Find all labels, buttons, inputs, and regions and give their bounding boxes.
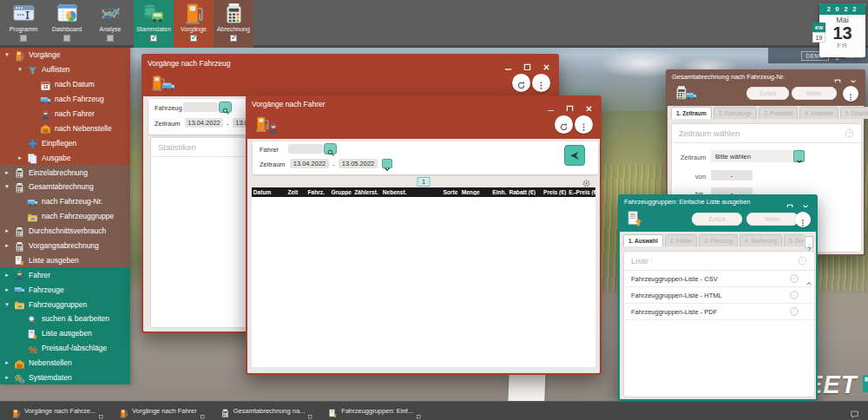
wizard-tab[interactable]: 5. Download [784, 234, 804, 246]
back-button[interactable]: Zurück [692, 213, 742, 226]
date-from-input[interactable]: 13.04.2022 [290, 159, 329, 168]
wizard-tab[interactable]: 4. Erstellen [799, 107, 838, 119]
expand-arrow[interactable]: ▸ [3, 169, 10, 176]
column-header[interactable]: Rabatt (€) [509, 189, 536, 195]
taskbar-item[interactable]: Gesamtabrechnung na... [214, 404, 319, 417]
wizard-tab[interactable]: 3. Filterung [699, 234, 738, 246]
period-dropdown-button[interactable] [382, 159, 392, 168]
toolbar-app[interactable]: Programm [3, 0, 43, 48]
radio-button[interactable] [790, 274, 799, 283]
expand-arrow[interactable]: ▾ [16, 66, 23, 73]
sidebar-item[interactable]: ▸ Fahrzeuge [0, 282, 130, 297]
maximize-button[interactable] [523, 59, 531, 67]
maximize-button[interactable] [834, 74, 841, 81]
expand-arrow[interactable]: ▸ [3, 242, 10, 249]
sidebar-item[interactable]: Liste ausgeben [0, 326, 130, 341]
titlebar[interactable]: Gesamtabrechnung nach Fahrzeug-Nr. [667, 71, 864, 82]
toolbar-app-checkbox[interactable] [20, 35, 27, 42]
list-option[interactable]: Fahrzeuggruppen-Liste - CSV [624, 271, 814, 287]
column-header[interactable]: Menge [460, 189, 482, 195]
taskbar-item[interactable]: Vorgänge nach Fahrer [113, 404, 211, 417]
next-button[interactable]: Weiter [792, 87, 837, 100]
column-header[interactable]: Sorte [433, 189, 460, 195]
wizard-tab[interactable]: 2. Felder [665, 234, 698, 246]
menu-button[interactable] [575, 115, 593, 134]
column-header[interactable]: Fahrz. [300, 189, 327, 195]
close-button[interactable] [542, 59, 550, 67]
close-button[interactable] [802, 199, 809, 206]
titlebar[interactable]: Vorgänge nach Fahrzeug [143, 56, 557, 70]
titlebar[interactable]: Fahrzeuggruppen: Einfache Liste ausgeben [620, 196, 816, 207]
taskbar-item[interactable]: Fahrzeuggruppen: Einf... [322, 404, 427, 417]
toolbar-app-checkbox[interactable] [107, 35, 114, 42]
wizard-tab[interactable]: 5. Download [840, 107, 868, 119]
period-select[interactable]: Bitte wählen [711, 150, 805, 162]
toolbar-app[interactable]: Dashboard [47, 0, 87, 48]
radio-button[interactable] [790, 307, 799, 316]
sidebar-item[interactable]: nach Fahrzeug-Nr. [0, 194, 130, 209]
wizard-tab[interactable]: 2. Fahrzeuge [713, 107, 757, 119]
expand-arrow[interactable]: ▾ [3, 51, 10, 58]
scroll-up-button[interactable] [805, 273, 812, 284]
sidebar-item[interactable]: nach Fahrzeug [0, 92, 130, 107]
sidebar-item[interactable]: ▸ Einzelabrechnung [0, 165, 130, 180]
titlebar[interactable]: Vorgänge nach Fahrer [247, 97, 600, 111]
wizard-tab[interactable]: 1. Auswahl [623, 234, 663, 246]
column-header[interactable]: Zeit [273, 189, 300, 195]
sidebar-item[interactable]: ▾ Fahrzeuggruppen [0, 297, 130, 312]
column-header[interactable]: Einh. [483, 189, 510, 195]
driver-search-button[interactable] [324, 143, 337, 154]
column-header[interactable]: Preis (€) [536, 189, 569, 195]
sidebar-item[interactable]: nach Nebenstelle [0, 121, 130, 135]
sidebar-item[interactable]: ▸ Durchschnittsverbrauch [0, 224, 130, 239]
minimize-button[interactable] [504, 59, 512, 67]
toolbar-app[interactable]: Vorgänge [174, 0, 214, 48]
toolbar-app-checkbox[interactable] [190, 35, 197, 42]
toolbar-app[interactable]: Abrechnung [214, 0, 253, 48]
sidebar-item[interactable]: % Preisauf-/abschläge [0, 341, 130, 356]
driver-input[interactable] [288, 144, 323, 154]
from-input[interactable]: - [711, 170, 753, 180]
list-option[interactable]: Fahrzeuggruppen-Liste - HTML [624, 287, 814, 304]
expand-arrow[interactable]: ▸ [3, 286, 10, 293]
sidebar-item[interactable]: ▾ Vorgänge [0, 48, 130, 62]
sidebar-item[interactable]: nach Fahrer [0, 107, 130, 121]
minimize-button[interactable] [819, 74, 825, 81]
menu-button[interactable] [843, 86, 858, 102]
sidebar-item[interactable]: Liste ausgeben [0, 253, 130, 267]
column-header[interactable]: Zählerst. [354, 189, 381, 195]
expand-arrow[interactable]: ▸ [3, 272, 10, 279]
next-button[interactable]: Weiter [746, 213, 799, 226]
minimize-button[interactable] [547, 101, 555, 108]
expand-arrow[interactable]: ▸ [16, 154, 23, 161]
expand-arrow[interactable]: ▾ [3, 183, 10, 190]
refresh-button[interactable] [512, 74, 530, 92]
maximize-button[interactable] [786, 199, 793, 206]
toolbar-app[interactable]: Analyse [90, 0, 130, 48]
sidebar-item[interactable]: 12 nach Datum [0, 77, 130, 92]
sidebar-item[interactable]: ▸ Nebenstellen [0, 356, 130, 371]
help-icon[interactable]: ? [845, 128, 854, 138]
expand-arrow[interactable]: ▸ [3, 227, 10, 234]
radio-button[interactable] [790, 291, 799, 299]
sidebar-item[interactable]: ▾ Gesamtabrechnung [0, 180, 130, 194]
column-header[interactable]: Gruppe [327, 189, 354, 195]
calendar-widget[interactable]: KW 19 2 0 2 2 Mai 13 FR [819, 3, 865, 57]
taskbar-item[interactable]: Vorgänge nach Fahrze... [5, 404, 109, 417]
vehicle-input[interactable] [183, 102, 218, 112]
toolbar-app[interactable]: Stammdaten [134, 0, 174, 48]
sidebar-item[interactable]: ▸ Fahrer [0, 267, 130, 282]
sidebar-item[interactable]: ▸ Ausgabe [0, 150, 130, 165]
page-number[interactable]: 1 [418, 177, 431, 187]
maximize-button[interactable] [566, 101, 574, 108]
tabs-overflow-button[interactable] [805, 236, 813, 248]
refresh-button[interactable] [555, 115, 573, 134]
list-option[interactable]: Fahrzeuggruppen-Liste - PDF [624, 304, 814, 320]
minimize-button[interactable] [771, 199, 778, 206]
sidebar-item[interactable]: nach Fahrzeuggruppe [0, 209, 130, 224]
wizard-tab[interactable]: 4. Sortierung [740, 234, 782, 246]
back-button[interactable]: Zurück [746, 87, 789, 100]
table-settings-button[interactable] [582, 176, 591, 186]
vehicle-search-button[interactable] [219, 102, 232, 113]
run-query-button[interactable] [564, 145, 585, 166]
